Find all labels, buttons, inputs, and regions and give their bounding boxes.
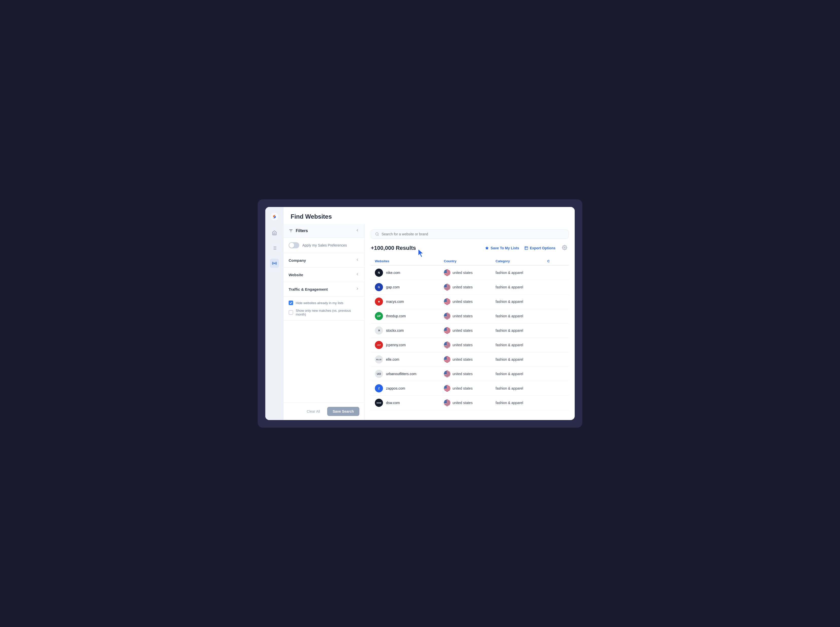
svg-point-38 (444, 272, 445, 273)
filter-company-section[interactable]: Company (283, 253, 365, 268)
table-row[interactable]: DSW dsw.com (371, 396, 569, 410)
svg-rect-164 (444, 361, 450, 362)
table-row[interactable]: G gap.com (371, 280, 569, 295)
svg-point-219 (444, 387, 445, 387)
svg-point-30 (445, 269, 446, 270)
nav-lists[interactable] (270, 244, 279, 253)
search-input[interactable] (381, 232, 564, 236)
svg-point-178 (446, 359, 447, 359)
table-header: Websites Country Category C (371, 257, 569, 266)
table-row[interactable]: ELLE elle.com (371, 352, 569, 367)
svg-point-105 (445, 315, 446, 315)
filter-website-label: Website (289, 273, 303, 277)
svg-point-57 (446, 285, 447, 285)
sales-preferences-row: Apply my Sales Preferences (283, 238, 365, 253)
table-row[interactable]: ★ macys.com (371, 295, 569, 309)
table-row[interactable]: JCP jcpenny.com (371, 338, 569, 352)
svg-point-168 (445, 356, 446, 357)
svg-point-17 (564, 247, 565, 248)
svg-point-200 (445, 373, 446, 373)
table-row[interactable]: Z zappos.com (371, 381, 569, 396)
country-cell: united states (444, 313, 496, 319)
col-websites[interactable]: Websites (375, 259, 444, 263)
filters-footer: Clear All Save Search (283, 403, 365, 420)
save-to-lists-button[interactable]: Save To My Lists (485, 246, 519, 250)
svg-point-0 (271, 213, 278, 221)
nav-signal[interactable] (270, 259, 279, 268)
category-cell: fashion & apparel (496, 358, 547, 361)
col-category[interactable]: Category (496, 259, 547, 263)
svg-point-101 (444, 314, 445, 314)
svg-point-84 (444, 301, 445, 301)
svg-rect-21 (444, 269, 450, 270)
flag-us-icon (444, 342, 450, 348)
svg-point-126 (446, 328, 447, 329)
svg-point-129 (446, 329, 447, 329)
svg-point-222 (444, 388, 445, 388)
table-row[interactable]: ✕ stockx.com (371, 323, 569, 338)
category-cell: fashion & apparel (496, 271, 547, 275)
country-cell: united states (444, 342, 496, 348)
toolbar-actions: Save To My Lists Export Options (485, 244, 569, 253)
svg-point-151 (445, 343, 446, 344)
country-cell: united states (444, 284, 496, 290)
table-row[interactable]: UO urbanoutfitters.com (371, 367, 569, 381)
site-name: macys.com (386, 299, 404, 304)
svg-point-217 (445, 386, 446, 386)
show-new-checkbox[interactable] (289, 310, 293, 315)
website-cell: ✕ stockx.com (375, 326, 444, 334)
category-cell: fashion & apparel (496, 401, 547, 405)
category-cell: fashion & apparel (496, 285, 547, 289)
svg-rect-136 (444, 342, 450, 342)
hide-websites-row: Hide websites already in my lists (289, 301, 359, 305)
filter-traffic-section[interactable]: Traffic & Engagement (283, 282, 365, 296)
svg-rect-159 (444, 356, 450, 357)
svg-point-238 (446, 400, 447, 400)
website-cell: Z zappos.com (375, 384, 444, 392)
country-cell: united states (444, 370, 496, 377)
svg-point-194 (445, 372, 446, 372)
table-row[interactable]: UP thredup.com (371, 309, 569, 323)
export-options-label: Export Options (530, 246, 555, 250)
country-label: united states (453, 343, 472, 347)
svg-point-60 (446, 285, 447, 286)
svg-point-31 (446, 269, 447, 270)
svg-rect-67 (444, 298, 450, 299)
svg-point-39 (445, 272, 446, 273)
hide-websites-checkbox[interactable] (289, 301, 293, 305)
svg-point-99 (445, 313, 446, 314)
svg-point-196 (444, 372, 445, 373)
flag-us-icon (444, 269, 450, 276)
table-row[interactable]: N nike.com (371, 266, 569, 280)
country-label: united states (453, 401, 472, 405)
results-toolbar: +100,000 Results Save To My Lists (371, 244, 569, 253)
svg-point-147 (444, 343, 445, 343)
filter-traffic-chevron (356, 287, 359, 292)
sales-preferences-toggle[interactable] (289, 242, 299, 248)
svg-rect-165 (444, 362, 450, 363)
filter-company-chevron (356, 258, 359, 263)
export-options-button[interactable]: Export Options (524, 246, 555, 250)
svg-point-201 (446, 373, 447, 373)
settings-icon[interactable] (560, 244, 569, 253)
svg-rect-232 (444, 403, 450, 404)
filters-collapse-btn[interactable] (356, 228, 359, 233)
svg-point-123 (446, 328, 447, 328)
site-favicon: ELLE (375, 355, 383, 364)
svg-rect-96 (444, 319, 450, 319)
clear-all-button[interactable]: Clear All (303, 407, 324, 416)
svg-rect-210 (444, 390, 450, 391)
country-label: united states (453, 372, 472, 376)
svg-point-237 (445, 400, 446, 400)
nav-home[interactable] (270, 228, 279, 238)
filters-title-group: Filters (289, 228, 308, 233)
svg-rect-211 (444, 391, 450, 392)
save-to-lists-label: Save To My Lists (491, 246, 519, 250)
site-favicon: N (375, 269, 383, 277)
svg-point-214 (445, 385, 446, 386)
flag-us-icon (444, 385, 450, 392)
filter-website-section[interactable]: Website (283, 268, 365, 282)
col-country[interactable]: Country (444, 259, 496, 263)
save-search-button[interactable]: Save Search (327, 407, 359, 416)
svg-point-63 (446, 286, 447, 287)
